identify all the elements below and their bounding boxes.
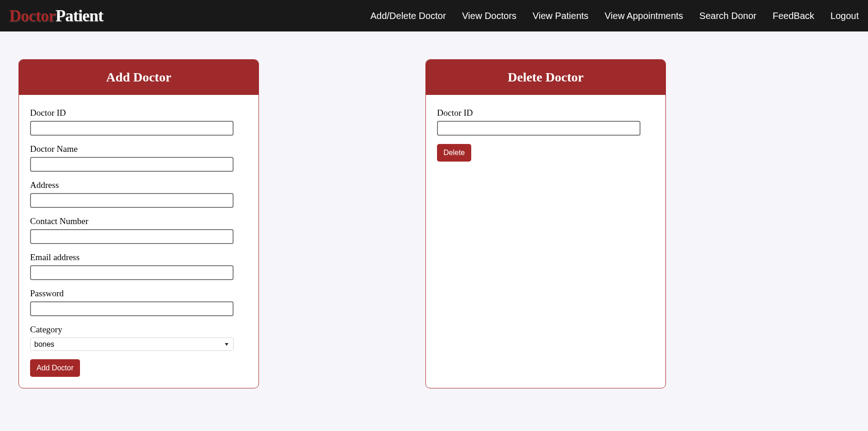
delete-button[interactable]: Delete <box>437 144 471 162</box>
form-group-doctor-id: Doctor ID <box>30 108 247 136</box>
label-doctor-id: Doctor ID <box>30 108 247 118</box>
label-email: Email address <box>30 252 247 262</box>
add-doctor-card: Add Doctor Doctor ID Doctor Name Address… <box>18 59 259 388</box>
label-contact: Contact Number <box>30 216 247 226</box>
input-password[interactable] <box>30 301 234 316</box>
label-doctor-name: Doctor Name <box>30 144 247 154</box>
input-doctor-name[interactable] <box>30 157 234 172</box>
nav-logout[interactable]: Logout <box>831 11 859 21</box>
form-group-email: Email address <box>30 252 247 280</box>
form-group-contact: Contact Number <box>30 216 247 244</box>
label-password: Password <box>30 288 247 299</box>
nav-view-patients[interactable]: View Patients <box>533 11 589 21</box>
nav-add-delete-doctor[interactable]: Add/Delete Doctor <box>370 11 446 21</box>
form-group-doctor-name: Doctor Name <box>30 144 247 172</box>
main-container: Add Doctor Doctor ID Doctor Name Address… <box>0 31 868 388</box>
input-address[interactable] <box>30 193 234 208</box>
label-category: Category <box>30 325 247 335</box>
add-doctor-card-title: Add Doctor <box>19 60 259 95</box>
input-delete-doctor-id[interactable] <box>437 121 640 136</box>
form-group-password: Password <box>30 288 247 316</box>
form-group-category: Category bones <box>30 325 247 351</box>
logo-part-doctor: Doctor <box>9 6 55 25</box>
input-email[interactable] <box>30 265 234 280</box>
nav-view-appointments[interactable]: View Appointments <box>605 11 683 21</box>
nav-feedback[interactable]: FeedBack <box>773 11 814 21</box>
nav-search-donor[interactable]: Search Donor <box>699 11 756 21</box>
add-doctor-card-body: Doctor ID Doctor Name Address Contact Nu… <box>19 95 259 388</box>
top-navbar: DoctorPatient Add/Delete Doctor View Doc… <box>0 0 868 31</box>
logo-part-patient: Patient <box>55 6 103 25</box>
delete-doctor-card-title: Delete Doctor <box>426 60 665 95</box>
add-doctor-button[interactable]: Add Doctor <box>30 359 80 377</box>
input-contact[interactable] <box>30 229 234 244</box>
input-doctor-id[interactable] <box>30 121 234 136</box>
delete-doctor-card-body: Doctor ID Delete <box>426 95 665 173</box>
select-category[interactable]: bones <box>30 337 234 351</box>
nav-links: Add/Delete Doctor View Doctors View Pati… <box>370 11 859 21</box>
form-group-delete-doctor-id: Doctor ID <box>437 108 654 136</box>
label-address: Address <box>30 180 247 190</box>
label-delete-doctor-id: Doctor ID <box>437 108 654 118</box>
form-group-address: Address <box>30 180 247 208</box>
delete-doctor-card: Delete Doctor Doctor ID Delete <box>425 59 666 388</box>
nav-view-doctors[interactable]: View Doctors <box>462 11 516 21</box>
logo: DoctorPatient <box>9 6 103 25</box>
